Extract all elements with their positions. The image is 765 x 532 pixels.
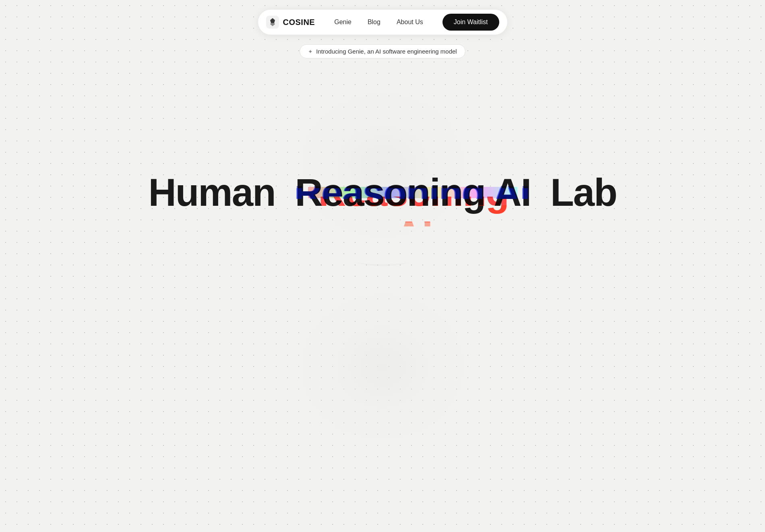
hero-title: Human Reasoning AI Reasoning AI Reasonin… bbox=[148, 171, 616, 214]
logo-link[interactable]: COSINE bbox=[266, 16, 315, 29]
announcement-badge[interactable]: ✦ Introducing Genie, an AI software engi… bbox=[300, 44, 465, 58]
hero-title-part1: Human bbox=[148, 171, 275, 214]
navbar-inner: COSINE Genie Blog About Us Join Waitlist bbox=[258, 10, 507, 35]
glitch-overlay bbox=[308, 187, 517, 198]
cosine-logo-icon bbox=[266, 16, 279, 29]
announcement-wrap: ✦ Introducing Genie, an AI software engi… bbox=[0, 44, 765, 58]
announcement-text: Introducing Genie, an AI software engine… bbox=[316, 48, 457, 55]
hero-section: Human Reasoning AI Reasoning AI Reasonin… bbox=[0, 171, 765, 214]
hero-title-part2: Lab bbox=[550, 171, 617, 214]
logo-text: COSINE bbox=[283, 18, 315, 27]
glitch-text-content: Reasoning AI bbox=[295, 171, 531, 214]
navbar: COSINE Genie Blog About Us Join Waitlist bbox=[0, 0, 765, 35]
nav-link-about[interactable]: About Us bbox=[390, 15, 430, 29]
background-shape bbox=[242, 65, 523, 468]
sparkle-icon: ✦ bbox=[308, 48, 313, 55]
nav-link-genie[interactable]: Genie bbox=[328, 15, 358, 29]
hero-title-glitch: Reasoning AI Reasoning AI Reasoning AI bbox=[295, 171, 531, 214]
join-waitlist-button[interactable]: Join Waitlist bbox=[442, 14, 499, 31]
nav-link-blog[interactable]: Blog bbox=[361, 15, 387, 29]
nav-links: Genie Blog About Us bbox=[328, 15, 430, 29]
